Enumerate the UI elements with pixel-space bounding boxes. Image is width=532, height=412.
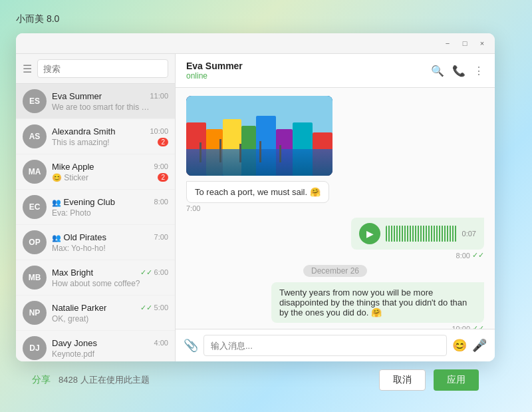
chat-time-mike: 9:00 (154, 162, 168, 170)
input-area: 📎 😊 🎤 (176, 329, 495, 361)
chat-preview-natalie: OK, great) (52, 314, 88, 323)
chat-time-davy: 4:00 (154, 339, 168, 347)
svg-rect-8 (293, 122, 313, 176)
chat-item-evening[interactable]: EC 👥 Evening Club 8:00 Eva: Photo (16, 190, 175, 225)
attach-icon[interactable]: 📎 (184, 338, 198, 353)
svg-rect-3 (206, 129, 223, 176)
chat-preview-evening: Eva: Photo (52, 208, 91, 218)
user-count: 8428 人正在使用此主题 (59, 374, 150, 386)
bubble-1: To reach a port, we must sail. 🤗 (186, 181, 329, 203)
chat-preview-max: How about some coffee? (52, 279, 140, 288)
badge-alexandra: 2 (158, 138, 168, 146)
msg-text-2: Twenty years from now you will be more d… (271, 282, 484, 329)
badge-mike: 2 (158, 173, 168, 182)
svg-rect-4 (223, 119, 241, 176)
chat-time-pirates: 7:00 (154, 233, 168, 241)
close-button[interactable]: × (476, 37, 488, 49)
contact-status: online (186, 71, 243, 81)
chat-info-alexandra: Alexandra Smith 10:00 This is amazing! 2 (52, 126, 168, 147)
titlebar: − □ × (16, 33, 495, 54)
chat-header-actions: 🔍 📞 ⋮ (431, 65, 484, 77)
avatar-mike: MA (23, 160, 47, 184)
messages-area: To reach a port, we must sail. 🤗 7:00 ▶ … (176, 88, 495, 329)
chat-name-alexandra: Alexandra Smith (52, 126, 115, 136)
search-icon[interactable]: 🔍 (431, 65, 444, 77)
contact-name: Eva Summer (186, 61, 243, 71)
date-divider: December 26 (303, 265, 367, 277)
search-input[interactable] (37, 59, 168, 78)
msg-image (186, 96, 332, 176)
msg-meta-1: 7:00 (186, 204, 329, 212)
chat-time-alexandra: 10:00 (150, 127, 168, 135)
chat-time-eva: 11:00 (150, 92, 168, 100)
msg-meta-2: 10:00 ✓✓ (452, 324, 484, 329)
avatar-eva: ES (23, 89, 47, 113)
chat-name-evening: 👥 Evening Club (52, 197, 115, 207)
bubble-voice: ▶ 0:07 (351, 218, 484, 250)
bubble-2: Twenty years from now you will be more d… (271, 282, 484, 323)
chat-name-max: Max Bright (52, 268, 93, 278)
chat-info-davy: Davy Jones 4:00 Keynote.pdf (52, 338, 168, 359)
app-title: 小而美 8.0 (16, 13, 59, 25)
chat-info-mike: Mike Apple 9:00 😊 Sticker 2 (52, 162, 168, 182)
cancel-button[interactable]: 取消 (379, 369, 426, 391)
chat-image (186, 96, 332, 176)
chat-time-evening: 8:00 (154, 198, 168, 206)
action-buttons: 取消 应用 (379, 369, 479, 391)
chat-name-pirates: 👥 Old Pirates (52, 232, 106, 242)
menu-icon[interactable]: ☰ (23, 63, 32, 75)
message-input[interactable] (203, 335, 447, 356)
chat-list: ES Eva Summer 11:00 We are too smart for… (16, 84, 175, 361)
svg-rect-2 (186, 122, 206, 176)
chat-time-max: ✓✓ 6:00 (140, 268, 168, 277)
chat-item-eva[interactable]: ES Eva Summer 11:00 We are too smart for… (16, 84, 175, 119)
chat-item-max[interactable]: MB Max Bright ✓✓ 6:00 How about some cof… (16, 260, 175, 296)
apply-button[interactable]: 应用 (434, 369, 479, 391)
avatar-pirates: OP (23, 230, 47, 254)
chat-name-davy: Davy Jones (52, 338, 97, 348)
chat-item-mike[interactable]: MA Mike Apple 9:00 😊 Sticker 2 (16, 154, 175, 190)
avatar-natalie: NP (23, 301, 47, 325)
chat-name-eva: Eva Summer (52, 91, 102, 101)
chat-info-max: Max Bright ✓✓ 6:00 How about some coffee… (52, 268, 168, 288)
svg-rect-9 (313, 132, 332, 176)
phone-icon[interactable]: 📞 (452, 65, 466, 77)
minimize-button[interactable]: − (442, 37, 454, 49)
voice-duration: 0:07 (462, 230, 476, 238)
chat-item-pirates[interactable]: OP 👥 Old Pirates 7:00 Max: Yo-ho-ho! (16, 225, 175, 260)
avatar-evening: EC (23, 195, 47, 219)
sidebar-header: ☰ (16, 54, 175, 84)
svg-rect-6 (256, 116, 276, 176)
maximize-button[interactable]: □ (459, 37, 471, 49)
chat-header: Eva Summer online 🔍 📞 ⋮ (176, 54, 495, 88)
share-section: 分享 8428 人正在使用此主题 (32, 374, 150, 386)
svg-rect-5 (241, 126, 256, 176)
waveform (386, 226, 457, 242)
play-button[interactable]: ▶ (359, 223, 380, 244)
chat-item-davy[interactable]: DJ Davy Jones 4:00 Keynote.pdf (16, 331, 175, 361)
svg-rect-10 (186, 149, 332, 176)
chat-time-natalie: ✓✓ 5:00 (140, 304, 168, 312)
chat-info-natalie: Natalie Parker ✓✓ 5:00 OK, great) (52, 303, 168, 323)
svg-rect-15 (279, 145, 281, 162)
chat-item-natalie[interactable]: NP Natalie Parker ✓✓ 5:00 OK, great) (16, 296, 175, 331)
svg-rect-7 (276, 129, 293, 176)
main-window: − □ × ☰ ES Eva Summer 11:00 (16, 33, 495, 361)
chat-info-pirates: 👥 Old Pirates 7:00 Max: Yo-ho-ho! (52, 232, 168, 253)
msg-text-1: To reach a port, we must sail. 🤗 7:00 (186, 181, 329, 212)
svg-rect-11 (200, 142, 201, 162)
mic-icon[interactable]: 🎤 (472, 338, 487, 353)
bottom-bar: 分享 8428 人正在使用此主题 取消 应用 (16, 361, 495, 399)
chat-info-eva: Eva Summer 11:00 We are too smart for th… (52, 91, 168, 112)
svg-rect-12 (219, 139, 221, 162)
more-icon[interactable]: ⋮ (473, 65, 484, 77)
emoji-icon[interactable]: 😊 (452, 338, 467, 353)
avatar-alexandra: AS (23, 124, 47, 148)
chat-preview-eva: We are too smart for this world.... (52, 103, 152, 112)
chat-item-alexandra[interactable]: AS Alexandra Smith 10:00 This is amazing… (16, 119, 175, 154)
chat-preview-pirates: Max: Yo-ho-ho! (52, 244, 106, 253)
share-label[interactable]: 分享 (32, 374, 51, 386)
svg-rect-13 (239, 144, 241, 162)
chat-name-mike: Mike Apple (52, 162, 94, 172)
msg-voice: ▶ 0:07 8:00 ✓✓ (351, 218, 484, 260)
